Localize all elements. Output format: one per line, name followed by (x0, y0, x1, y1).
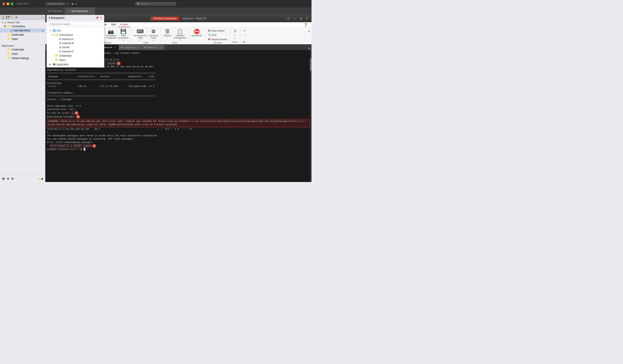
input2-arrow-btn[interactable]: ▲ (232, 33, 237, 36)
tab-hub-step-stone[interactable]: ✕ hub-step-stone ✕ (65, 7, 95, 15)
save-screenshot-btn[interactable]: 💾 SaveScreenshot ▾ (118, 29, 129, 41)
instance-c-dot (144, 46, 146, 48)
nav-item-oci[interactable]: ▼ 🌐 OCI (47, 28, 104, 33)
terminal-scrollbar[interactable] (310, 50, 312, 182)
close-instance-b[interactable]: ✕ (137, 46, 139, 49)
sidebar-credentials[interactable]: 📁 Credentials (0, 33, 45, 37)
tab-instance-c[interactable]: instance-C ✕ (141, 45, 164, 50)
restore2-btn[interactable]: ⊞ (299, 17, 303, 21)
nav-item-connections[interactable]: ▼ 📁 Connections (47, 33, 104, 37)
nav-item-credentials[interactable]: 📁 Credentials (47, 54, 104, 58)
nav-item-application[interactable]: ▶ 💻 Application (47, 62, 104, 66)
term-line-dl: Downloading Packages:3 (47, 115, 310, 119)
tab-close-hub[interactable]: ✕ (90, 10, 92, 13)
close-instance-a[interactable]: ✕ (114, 46, 116, 49)
nav-panel-search (47, 21, 104, 28)
menu-help[interactable]: Help (109, 22, 118, 27)
sidebar-connections[interactable]: ▼ 📁 Connections (0, 24, 45, 28)
key-dd-arrow[interactable]: ▾ (140, 39, 141, 41)
ck-dd-arrow[interactable]: ▾ (179, 39, 180, 41)
sidebar-icon-more[interactable]: ▾ (15, 16, 17, 19)
nav-close-icon[interactable]: ✕ (100, 16, 102, 19)
restore-btn[interactable]: ⊡ (286, 17, 290, 21)
nav-item-instance-b[interactable]: 🖥 instance-B (47, 41, 104, 45)
clipboard-keyboard-btn[interactable]: 📋 Clipboardand Keyboard ▾ (173, 29, 187, 41)
sidebar-hub-step-stone[interactable]: 🖥 hub-step-stone ▶ (0, 28, 45, 33)
sidebar-icon-edit[interactable]: ✏️ (10, 16, 14, 19)
connections-folder-icon: 📁 (55, 33, 58, 36)
sidebar-tasks[interactable]: 📁 Tasks (0, 37, 45, 41)
sidebar-app-tasks[interactable]: 📁 Tasks (0, 52, 45, 56)
close-instance-c[interactable]: ✕ (160, 46, 162, 49)
screenshot-icon: 📷 (108, 29, 114, 34)
cmd-dd-arrow[interactable]: ▾ (153, 39, 154, 41)
input-group-label: Input (163, 41, 187, 44)
sidebar-gear2-icon[interactable]: ⚙ (11, 177, 14, 180)
search-bar[interactable]: 🔍 Search (135, 2, 176, 6)
close-button[interactable] (2, 2, 5, 5)
nav-item-hub-fw[interactable]: 🖥 hub-fw (47, 45, 104, 49)
nav-item-instance-c[interactable]: 🖥 instance-C (47, 49, 104, 54)
menu-actions[interactable]: Actions (118, 22, 130, 27)
more-label: Mo... (243, 40, 247, 43)
minimize-btn[interactable]: — (292, 17, 297, 21)
term-line-prompt2: [opc@ih-instance-vcn-a ~]$ (47, 148, 310, 151)
oracle-expand-icon[interactable]: ▼ (2, 21, 4, 24)
term-line-blank2 (47, 88, 310, 91)
terminal[interactable]: Activate the web console with: systemctl… (45, 50, 312, 182)
key-sequence-icon: ⌨ (136, 29, 144, 34)
command-tasks-icon: ⚙ (151, 29, 156, 34)
more-up-btn[interactable]: ▲ (243, 33, 247, 36)
sidebar-icon-save[interactable]: 💾 (6, 16, 9, 19)
save-dd-arrow[interactable]: ▾ (123, 39, 124, 41)
clear-screen-btn[interactable]: 🗑 Clear Screen (207, 29, 226, 33)
selection-btn[interactable]: ☰ Selection ▾ (163, 29, 173, 39)
maximize-button[interactable] (11, 2, 13, 5)
send-break-btn[interactable]: ⛔ Send Break (191, 29, 203, 37)
app-label: Application (2, 44, 14, 47)
more-btn[interactable]: ▶ (243, 29, 247, 33)
record-session-btn[interactable]: ⏺ Record Session (207, 37, 229, 41)
minimize-button[interactable] (7, 2, 9, 5)
input2-icon: 📡 (234, 29, 237, 32)
sidebar-icon-home[interactable]: 🏠 (2, 16, 5, 19)
command-tasks-btn[interactable]: ⚙ CommandTasks ▾ (148, 29, 159, 41)
more-up-icon: ▲ (244, 33, 246, 36)
sidebar-default-settings[interactable]: 📁 Default Settings (0, 56, 45, 60)
computer-name[interactable]: Computer Name (45, 2, 66, 5)
input2-down-btn[interactable]: ▼ (232, 37, 237, 40)
more-icon: ▶ (244, 29, 246, 32)
tab-overview[interactable]: ⊞ Overview (45, 7, 65, 15)
tab-instance-b[interactable]: instance-B ✕ (119, 45, 141, 50)
screenshot-clipboard-btn[interactable]: 📷 Screenshotto Clipboard (105, 29, 117, 39)
nav-search-input[interactable] (48, 22, 102, 26)
tabs-scroll-icon[interactable]: ▼ (308, 47, 311, 50)
sidebar-add-icon[interactable]: ➕ (2, 177, 5, 180)
ribbon-input-group: ☰ Selection ▾ 📋 Clipboardand Keyboard ▾ … (161, 28, 189, 43)
close-conn-btn[interactable]: ✕ (305, 17, 310, 21)
nav-pin-icon[interactable]: 📌 (95, 16, 99, 19)
sidebar-scroll-up[interactable]: ▲ (41, 16, 44, 19)
ribbon-collapse-icon[interactable]: ▲ (307, 29, 310, 32)
badge-1: 1 (117, 62, 121, 65)
sidebar-scroll-nav[interactable]: ⭐ ▶ (38, 177, 44, 180)
ribbon-collapse[interactable]: ▲ (307, 28, 310, 43)
sidebar-settings-icon[interactable]: ⚙ (7, 177, 9, 180)
term-line-prompt: Is this ok [y/N]: y2 (47, 111, 310, 115)
find-btn[interactable]: 🔍 Find (207, 33, 218, 37)
key-sequence-btn[interactable]: ⌨ Key SequenceTasks ▾ (133, 29, 148, 41)
term-line-install1: Install 1 Package (47, 98, 310, 101)
nav-item-tasks[interactable]: 📁 Tasks (47, 58, 104, 62)
sel-dd-arrow[interactable]: ▾ (167, 37, 168, 39)
nav-item-instance-a[interactable]: 🖥 instance-A (47, 37, 104, 41)
input2-btn[interactable]: 📡 (232, 29, 238, 33)
tabs-scroll[interactable]: ▼ (308, 47, 312, 50)
sidebar-app-credentials[interactable]: 📁 Credentials (0, 47, 45, 52)
tab-bar: ⊞ Overview ✕ hub-step-stone ✕ (0, 7, 312, 15)
send-break-icon: ⛔ (194, 29, 200, 34)
cursor (84, 148, 85, 151)
badge-4: 4 (92, 144, 96, 148)
help-icon[interactable]: ❓ (302, 22, 310, 27)
scroll-thumb[interactable] (310, 58, 312, 71)
ribbon-send-break-group: ⛔ Send Break (189, 28, 205, 43)
